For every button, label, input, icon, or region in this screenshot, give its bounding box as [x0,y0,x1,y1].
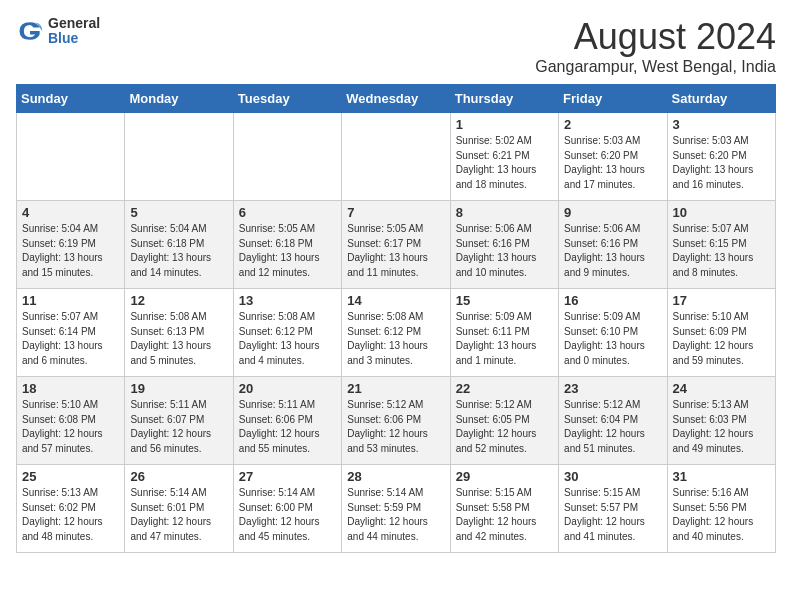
day-number: 30 [564,469,661,484]
calendar-cell: 15Sunrise: 5:09 AM Sunset: 6:11 PM Dayli… [450,289,558,377]
day-info: Sunrise: 5:14 AM Sunset: 6:00 PM Dayligh… [239,486,336,544]
day-info: Sunrise: 5:03 AM Sunset: 6:20 PM Dayligh… [673,134,770,192]
day-number: 5 [130,205,227,220]
logo-text: General Blue [48,16,100,47]
day-info: Sunrise: 5:02 AM Sunset: 6:21 PM Dayligh… [456,134,553,192]
logo-general-text: General [48,16,100,31]
calendar-cell: 14Sunrise: 5:08 AM Sunset: 6:12 PM Dayli… [342,289,450,377]
day-info: Sunrise: 5:05 AM Sunset: 6:18 PM Dayligh… [239,222,336,280]
calendar-cell: 26Sunrise: 5:14 AM Sunset: 6:01 PM Dayli… [125,465,233,553]
calendar-cell: 29Sunrise: 5:15 AM Sunset: 5:58 PM Dayli… [450,465,558,553]
day-info: Sunrise: 5:11 AM Sunset: 6:07 PM Dayligh… [130,398,227,456]
day-number: 3 [673,117,770,132]
calendar-cell [342,113,450,201]
day-number: 4 [22,205,119,220]
calendar-cell: 6Sunrise: 5:05 AM Sunset: 6:18 PM Daylig… [233,201,341,289]
day-number: 11 [22,293,119,308]
day-number: 8 [456,205,553,220]
logo-blue-text: Blue [48,31,100,46]
calendar-cell: 24Sunrise: 5:13 AM Sunset: 6:03 PM Dayli… [667,377,775,465]
calendar-cell: 4Sunrise: 5:04 AM Sunset: 6:19 PM Daylig… [17,201,125,289]
day-number: 16 [564,293,661,308]
day-info: Sunrise: 5:13 AM Sunset: 6:02 PM Dayligh… [22,486,119,544]
day-info: Sunrise: 5:15 AM Sunset: 5:58 PM Dayligh… [456,486,553,544]
title-block: August 2024 Gangarampur, West Bengal, In… [535,16,776,76]
calendar-cell: 20Sunrise: 5:11 AM Sunset: 6:06 PM Dayli… [233,377,341,465]
day-number: 1 [456,117,553,132]
day-number: 28 [347,469,444,484]
weekday-header-saturday: Saturday [667,85,775,113]
calendar-cell: 17Sunrise: 5:10 AM Sunset: 6:09 PM Dayli… [667,289,775,377]
calendar-cell: 12Sunrise: 5:08 AM Sunset: 6:13 PM Dayli… [125,289,233,377]
calendar-cell: 31Sunrise: 5:16 AM Sunset: 5:56 PM Dayli… [667,465,775,553]
day-number: 24 [673,381,770,396]
day-number: 2 [564,117,661,132]
day-info: Sunrise: 5:12 AM Sunset: 6:06 PM Dayligh… [347,398,444,456]
day-number: 26 [130,469,227,484]
weekday-header-monday: Monday [125,85,233,113]
day-info: Sunrise: 5:13 AM Sunset: 6:03 PM Dayligh… [673,398,770,456]
day-info: Sunrise: 5:16 AM Sunset: 5:56 PM Dayligh… [673,486,770,544]
weekday-header-tuesday: Tuesday [233,85,341,113]
day-number: 14 [347,293,444,308]
page-header: General Blue August 2024 Gangarampur, We… [16,16,776,76]
logo: General Blue [16,16,100,47]
day-info: Sunrise: 5:09 AM Sunset: 6:11 PM Dayligh… [456,310,553,368]
day-number: 15 [456,293,553,308]
calendar-table: SundayMondayTuesdayWednesdayThursdayFrid… [16,84,776,553]
calendar-cell: 21Sunrise: 5:12 AM Sunset: 6:06 PM Dayli… [342,377,450,465]
day-info: Sunrise: 5:07 AM Sunset: 6:14 PM Dayligh… [22,310,119,368]
day-info: Sunrise: 5:08 AM Sunset: 6:12 PM Dayligh… [239,310,336,368]
day-number: 17 [673,293,770,308]
day-info: Sunrise: 5:12 AM Sunset: 6:04 PM Dayligh… [564,398,661,456]
weekday-header-sunday: Sunday [17,85,125,113]
day-info: Sunrise: 5:06 AM Sunset: 6:16 PM Dayligh… [564,222,661,280]
day-number: 27 [239,469,336,484]
day-number: 13 [239,293,336,308]
calendar-cell: 8Sunrise: 5:06 AM Sunset: 6:16 PM Daylig… [450,201,558,289]
calendar-week-2: 4Sunrise: 5:04 AM Sunset: 6:19 PM Daylig… [17,201,776,289]
day-number: 23 [564,381,661,396]
day-number: 18 [22,381,119,396]
day-info: Sunrise: 5:10 AM Sunset: 6:09 PM Dayligh… [673,310,770,368]
calendar-week-3: 11Sunrise: 5:07 AM Sunset: 6:14 PM Dayli… [17,289,776,377]
calendar-cell [233,113,341,201]
location-title: Gangarampur, West Bengal, India [535,58,776,76]
day-info: Sunrise: 5:09 AM Sunset: 6:10 PM Dayligh… [564,310,661,368]
day-number: 22 [456,381,553,396]
calendar-week-4: 18Sunrise: 5:10 AM Sunset: 6:08 PM Dayli… [17,377,776,465]
day-info: Sunrise: 5:08 AM Sunset: 6:13 PM Dayligh… [130,310,227,368]
day-info: Sunrise: 5:07 AM Sunset: 6:15 PM Dayligh… [673,222,770,280]
calendar-cell: 19Sunrise: 5:11 AM Sunset: 6:07 PM Dayli… [125,377,233,465]
day-info: Sunrise: 5:15 AM Sunset: 5:57 PM Dayligh… [564,486,661,544]
day-info: Sunrise: 5:11 AM Sunset: 6:06 PM Dayligh… [239,398,336,456]
calendar-week-1: 1Sunrise: 5:02 AM Sunset: 6:21 PM Daylig… [17,113,776,201]
day-number: 10 [673,205,770,220]
calendar-cell: 5Sunrise: 5:04 AM Sunset: 6:18 PM Daylig… [125,201,233,289]
day-number: 12 [130,293,227,308]
day-number: 7 [347,205,444,220]
calendar-cell [17,113,125,201]
calendar-cell: 11Sunrise: 5:07 AM Sunset: 6:14 PM Dayli… [17,289,125,377]
calendar-cell: 1Sunrise: 5:02 AM Sunset: 6:21 PM Daylig… [450,113,558,201]
calendar-cell: 25Sunrise: 5:13 AM Sunset: 6:02 PM Dayli… [17,465,125,553]
calendar-cell: 16Sunrise: 5:09 AM Sunset: 6:10 PM Dayli… [559,289,667,377]
calendar-cell: 7Sunrise: 5:05 AM Sunset: 6:17 PM Daylig… [342,201,450,289]
calendar-cell: 2Sunrise: 5:03 AM Sunset: 6:20 PM Daylig… [559,113,667,201]
day-info: Sunrise: 5:04 AM Sunset: 6:19 PM Dayligh… [22,222,119,280]
calendar-cell: 22Sunrise: 5:12 AM Sunset: 6:05 PM Dayli… [450,377,558,465]
calendar-cell: 3Sunrise: 5:03 AM Sunset: 6:20 PM Daylig… [667,113,775,201]
day-number: 25 [22,469,119,484]
calendar-cell: 30Sunrise: 5:15 AM Sunset: 5:57 PM Dayli… [559,465,667,553]
day-number: 21 [347,381,444,396]
day-number: 20 [239,381,336,396]
day-info: Sunrise: 5:12 AM Sunset: 6:05 PM Dayligh… [456,398,553,456]
weekday-header-friday: Friday [559,85,667,113]
weekday-header-thursday: Thursday [450,85,558,113]
day-number: 31 [673,469,770,484]
day-number: 19 [130,381,227,396]
day-info: Sunrise: 5:14 AM Sunset: 6:01 PM Dayligh… [130,486,227,544]
calendar-cell: 18Sunrise: 5:10 AM Sunset: 6:08 PM Dayli… [17,377,125,465]
day-number: 9 [564,205,661,220]
calendar-cell: 13Sunrise: 5:08 AM Sunset: 6:12 PM Dayli… [233,289,341,377]
